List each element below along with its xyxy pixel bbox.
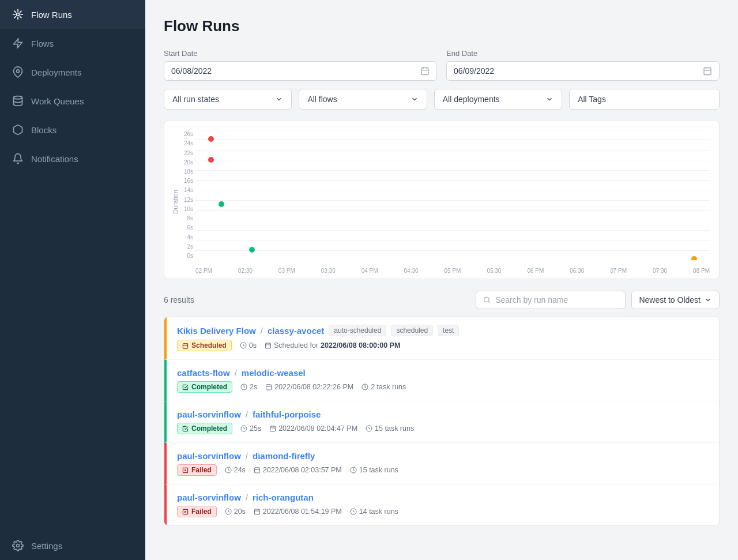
calendar-icon: [703, 66, 712, 76]
search-input[interactable]: [495, 295, 618, 305]
calendar-icon: [254, 467, 261, 473]
chart-dot: [249, 247, 255, 253]
y-tick: 0s: [174, 253, 195, 259]
y-tick: 16s: [174, 178, 195, 184]
results-header: 6 results Newest to Oldest: [164, 291, 720, 309]
sidebar-item-label: Flows: [31, 39, 54, 48]
x-tick: 05 PM: [445, 268, 461, 274]
run-meta-row: Scheduled 0s Scheduled for 2022/06/08 08…: [177, 340, 709, 351]
search-icon: [483, 296, 491, 304]
clock-icon: [225, 508, 232, 515]
svg-rect-24: [266, 385, 272, 390]
run-name[interactable]: faithful-porpoise: [253, 409, 321, 419]
failed-icon: [182, 467, 189, 473]
run-name[interactable]: diamond-firefly: [253, 451, 315, 461]
task-runs-meta: 14 task runs: [350, 508, 398, 516]
notifications-icon: [12, 152, 24, 165]
sidebar-item-label: Notifications: [31, 154, 78, 164]
list-item: Kikis Delivery Flow / classy-avocet auto…: [164, 317, 719, 360]
chart-plot-area: [195, 130, 710, 260]
tags-dropdown[interactable]: All Tags: [569, 89, 720, 110]
end-date-group: End Date 06/09/2022: [446, 49, 720, 81]
duration-meta: 0s: [240, 341, 257, 349]
run-tag: scheduled: [391, 325, 433, 336]
flow-name[interactable]: paul-sorvinflow: [177, 409, 241, 419]
tasks-icon: [350, 508, 357, 515]
deployments-dropdown[interactable]: All deployments: [434, 89, 562, 110]
svg-point-4: [17, 544, 20, 547]
svg-point-0: [17, 13, 20, 16]
duration-meta: 20s: [225, 508, 246, 516]
x-tick: 03 PM: [278, 268, 295, 274]
flow-name[interactable]: Kikis Delivery Flow: [177, 326, 256, 336]
duration-meta: 2s: [240, 383, 257, 391]
run-states-label: All run states: [172, 95, 219, 104]
deployments-icon: [12, 66, 24, 78]
sidebar-item-notifications[interactable]: Notifications: [0, 144, 145, 173]
tasks-icon: [362, 384, 368, 390]
run-name[interactable]: classy-avocet: [268, 326, 324, 336]
sidebar-item-work-queues[interactable]: Work Queues: [0, 87, 145, 115]
status-badge: Failed: [177, 464, 217, 476]
dropdowns-row: All run states All flows All deployments…: [164, 89, 720, 110]
end-date-value: 06/09/2022: [454, 66, 494, 76]
sidebar-item-flow-runs[interactable]: Flow Runs: [0, 0, 145, 29]
flows-dropdown[interactable]: All flows: [299, 89, 427, 110]
list-item: paul-sorvinflow / diamond-firefly Failed…: [164, 443, 719, 484]
blocks-icon: [12, 123, 24, 136]
scheduled-icon: [182, 343, 189, 349]
sidebar-item-blocks[interactable]: Blocks: [0, 115, 145, 144]
clock-icon: [240, 425, 247, 432]
run-tag: auto-scheduled: [329, 325, 386, 336]
calendar-icon: [420, 66, 430, 76]
sidebar-item-label: Settings: [31, 541, 62, 551]
svg-marker-1: [14, 39, 22, 48]
y-tick: 20s: [174, 159, 195, 166]
run-name[interactable]: rich-orangutan: [253, 493, 314, 502]
list-item: paul-sorvinflow / faithful-porpoise Comp…: [164, 401, 719, 443]
search-input-wrap[interactable]: [476, 291, 626, 309]
run-states-dropdown[interactable]: All run states: [164, 89, 292, 110]
deployments-label: All deployments: [443, 95, 500, 104]
tasks-icon: [366, 425, 372, 432]
run-meta-row: Completed 2s 2022/06/08 02:22:26 PM 2 ta…: [177, 381, 709, 393]
sidebar-item-settings[interactable]: Settings: [0, 531, 145, 560]
sidebar-item-label: Flow Runs: [31, 10, 72, 20]
sidebar-item-flows[interactable]: Flows: [0, 29, 145, 58]
sidebar: Flow Runs Flows Deployments Work Queues: [0, 0, 145, 560]
settings-icon: [12, 539, 24, 552]
start-date-input[interactable]: 06/08/2022: [164, 61, 437, 81]
flow-name[interactable]: paul-sorvinflow: [177, 493, 241, 502]
main-content: Flow Runs Start Date 06/08/2022 End Date…: [145, 0, 738, 560]
results-controls: Newest to Oldest: [476, 291, 720, 309]
status-badge: Completed: [177, 423, 232, 434]
completed-icon: [182, 426, 189, 432]
x-tick: 08 PM: [693, 268, 710, 274]
tags-label: All Tags: [578, 95, 606, 104]
datetime-meta: 2022/06/08 02:22:26 PM: [265, 383, 353, 391]
sort-dropdown[interactable]: Newest to Oldest: [631, 291, 720, 309]
duration-chart: 0s 2s 4s 6s 8s 10s 12s 14s 16s 18s 20s 2…: [164, 120, 720, 279]
run-name-row: paul-sorvinflow / faithful-porpoise: [177, 409, 709, 419]
sidebar-item-deployments[interactable]: Deployments: [0, 58, 145, 87]
failed-icon: [182, 509, 189, 515]
run-name[interactable]: melodic-weasel: [242, 368, 306, 378]
status-badge: Completed: [177, 381, 232, 393]
y-axis-label: Duration: [172, 190, 179, 214]
sidebar-item-label: Blocks: [31, 125, 57, 135]
sort-label: Newest to Oldest: [639, 295, 701, 305]
x-tick: 06:30: [570, 268, 584, 274]
task-runs-meta: 15 task runs: [350, 466, 398, 474]
run-name-row: paul-sorvinflow / diamond-firefly: [177, 451, 709, 461]
y-tick: 4s: [174, 234, 195, 240]
run-tag: test: [438, 325, 459, 336]
end-date-input[interactable]: 06/09/2022: [446, 61, 720, 81]
flow-name[interactable]: paul-sorvinflow: [177, 451, 241, 461]
datetime-meta: 2022/06/08 02:03:57 PM: [254, 466, 342, 474]
flow-name[interactable]: catfacts-flow: [177, 368, 230, 378]
x-tick: 02 PM: [195, 268, 212, 274]
tasks-icon: [350, 467, 357, 473]
chevron-down-icon: [704, 296, 712, 304]
chart-dot: [208, 157, 214, 163]
y-tick: 22s: [174, 150, 195, 156]
